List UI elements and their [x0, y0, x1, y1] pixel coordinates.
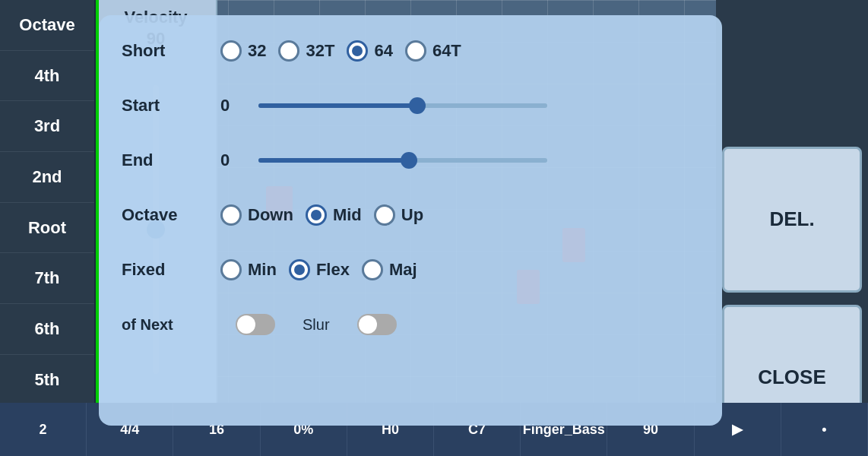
short-32-option[interactable]: 32	[220, 40, 266, 62]
short-radio-group: 32 32T 64 64T	[220, 40, 461, 62]
fixed-maj-label: Maj	[389, 260, 417, 280]
sidebar-item-root[interactable]: Root	[0, 203, 94, 254]
short-32t-label: 32T	[306, 41, 334, 61]
fixed-min-label: Min	[248, 260, 277, 280]
fixed-maj-option[interactable]: Maj	[362, 259, 417, 280]
short-64-option[interactable]: 64	[347, 40, 392, 62]
end-row: End 0	[122, 140, 699, 181]
end-slider-row: 0	[220, 150, 547, 170]
start-slider-fill	[258, 103, 417, 108]
octave-row: Octave Down Mid Up	[122, 195, 699, 236]
right-panel: DEL. CLOSE	[716, 0, 868, 456]
fixed-min-radio[interactable]	[220, 259, 242, 280]
short-64t-option[interactable]: 64T	[405, 40, 461, 62]
short-64t-radio[interactable]	[405, 40, 426, 62]
octave-down-radio[interactable]	[220, 204, 242, 226]
octave-label: Octave	[122, 205, 220, 225]
octave-mid-label: Mid	[333, 205, 362, 225]
end-label: End	[122, 150, 220, 170]
octave-up-option[interactable]: Up	[374, 204, 423, 226]
short-32t-radio[interactable]	[278, 40, 299, 62]
fixed-flex-radio[interactable]	[289, 259, 310, 280]
short-row: Short 32 32T 64 64T	[122, 30, 699, 71]
fixed-label: Fixed	[122, 260, 220, 280]
del-button[interactable]: DEL.	[722, 147, 862, 292]
octave-down-option[interactable]: Down	[220, 204, 293, 226]
fixed-flex-label: Flex	[316, 260, 350, 280]
short-32-label: 32	[248, 41, 266, 61]
ofnext-toggle[interactable]	[236, 314, 275, 335]
end-value: 0	[220, 150, 243, 170]
sidebar-item-7th[interactable]: 7th	[0, 253, 94, 304]
start-value: 0	[220, 96, 243, 116]
slur-label: Slur	[303, 316, 330, 334]
fixed-maj-radio[interactable]	[362, 259, 383, 280]
octave-sidebar: Octave 4th 3rd 2nd Root 7th 6th 5th On	[0, 0, 96, 456]
fixed-radio-group: Min Flex Maj	[220, 259, 417, 280]
end-slider-thumb[interactable]	[401, 152, 417, 169]
short-64t-label: 64T	[432, 41, 461, 61]
short-64-radio[interactable]	[347, 40, 368, 62]
start-slider-row: 0	[220, 96, 547, 116]
short-64-label: 64	[374, 41, 392, 61]
octave-radio-group: Down Mid Up	[220, 204, 423, 226]
sidebar-item-4th[interactable]: 4th	[0, 51, 94, 102]
start-slider-track[interactable]	[258, 103, 547, 108]
sidebar-item-3rd[interactable]: 3rd	[0, 101, 94, 152]
fixed-row: Fixed Min Flex Maj	[122, 249, 699, 290]
ofnext-slur-row: of Next Slur	[122, 304, 699, 345]
ofnext-toggle-knob	[237, 315, 255, 334]
slur-toggle-knob	[359, 315, 377, 334]
octave-mid-radio[interactable]	[306, 204, 327, 226]
ofnext-label: of Next	[122, 316, 220, 334]
bottom-item-measure[interactable]: 2	[0, 403, 87, 456]
start-label: Start	[122, 96, 220, 116]
short-32t-option[interactable]: 32T	[278, 40, 334, 62]
fixed-flex-option[interactable]: Flex	[289, 259, 350, 280]
short-32-radio[interactable]	[220, 40, 242, 62]
short-label: Short	[122, 41, 220, 61]
fixed-min-option[interactable]: Min	[220, 259, 277, 280]
bottom-item-extra[interactable]: •	[781, 403, 868, 456]
octave-mid-option[interactable]: Mid	[306, 204, 362, 226]
octave-down-label: Down	[248, 205, 293, 225]
slur-toggle[interactable]	[357, 314, 397, 335]
sidebar-item-6th[interactable]: 6th	[0, 304, 94, 355]
octave-up-label: Up	[401, 205, 423, 225]
start-slider-thumb[interactable]	[409, 97, 426, 114]
end-slider-fill	[258, 158, 409, 163]
octave-header: Octave	[0, 0, 94, 51]
sidebar-item-2nd[interactable]: 2nd	[0, 152, 94, 203]
sidebar-item-5th[interactable]: 5th	[0, 355, 94, 406]
end-slider-track[interactable]	[258, 158, 547, 163]
octave-up-radio[interactable]	[374, 204, 395, 226]
settings-modal: Short 32 32T 64 64T Start 0	[99, 15, 722, 426]
start-row: Start 0	[122, 85, 699, 126]
